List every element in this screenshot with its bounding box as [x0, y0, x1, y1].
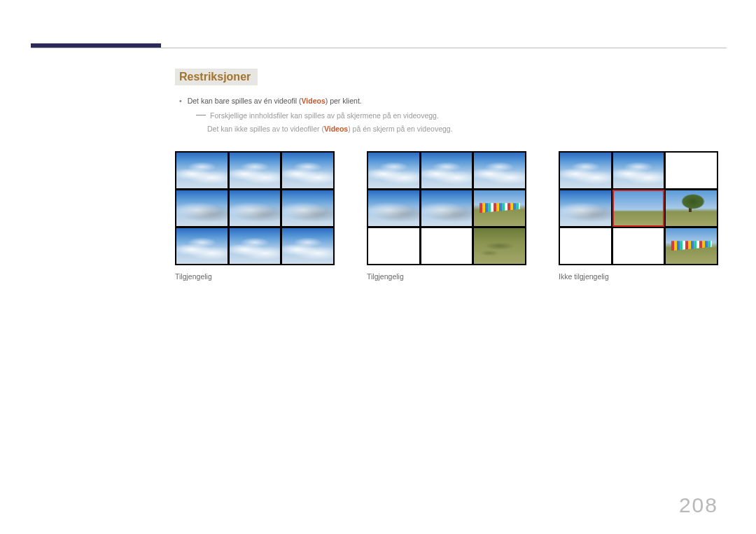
wall-cell [230, 190, 281, 226]
sub2-post: ) på én skjerm på en videovegg. [348, 125, 452, 133]
wall-cell [368, 153, 419, 188]
bullet-post: ) per klient. [326, 97, 362, 105]
wall-cell [282, 153, 333, 188]
wall-cell [613, 190, 664, 226]
wall-cell [613, 228, 664, 264]
wall-cell [666, 228, 717, 264]
wall-cell [176, 228, 227, 264]
figures-row: Tilgjengelig /* override fig2 bottom row… [175, 151, 727, 281]
sub-item-2: Det kan ikke spilles av to videofiler (V… [207, 123, 727, 135]
section-heading: Restriksjoner [175, 69, 258, 85]
header-bar [31, 43, 727, 49]
wall-cell [474, 153, 525, 188]
wall-cell [560, 190, 611, 226]
bullet-pre: Det kan bare spilles av én videofil ( [188, 97, 302, 105]
wall-cell [666, 153, 717, 188]
bullet-item: • Det kan bare spilles av én videofil (V… [179, 95, 727, 107]
wall-cell [666, 190, 717, 226]
videowall-1 [175, 151, 335, 265]
sub-item-1: ― Forskjellige innholdsfiler kan spilles… [196, 110, 727, 122]
videos-keyword: Videos [324, 125, 348, 133]
sub2-pre: Det kan ikke spilles av to videofiler ( [207, 125, 324, 133]
page-content: Restriksjoner • Det kan bare spilles av … [175, 69, 727, 281]
wall-cell [176, 190, 227, 226]
videowall-3 [559, 151, 718, 265]
header-rule [31, 48, 727, 48]
wall-cell [230, 153, 281, 188]
wall-cell [230, 228, 281, 264]
wall-cell [282, 190, 333, 226]
wall-cell [560, 153, 611, 188]
restriction-text: • Det kan bare spilles av én videofil (V… [179, 95, 727, 134]
wall-cell [421, 228, 472, 264]
figure-caption: Ikke tilgjengelig [559, 272, 718, 281]
dash-icon: ― [196, 109, 206, 121]
figure-2: /* override fig2 bottom row */ Tilgjenge… [367, 151, 526, 281]
wall-cell [474, 190, 525, 226]
wall-cell [613, 153, 664, 188]
bullet-icon: • [179, 95, 182, 107]
videos-keyword: Videos [302, 97, 326, 105]
wall-cell [368, 190, 419, 226]
wall-cell [560, 228, 611, 264]
figure-1: Tilgjengelig [175, 151, 335, 281]
sub1-text: Forskjellige innholdsfiler kan spilles a… [210, 110, 439, 122]
wall-cell [421, 153, 472, 188]
figure-caption: Tilgjengelig [175, 272, 335, 281]
wall-cell [368, 228, 419, 264]
figure-3: Ikke tilgjengelig [559, 151, 718, 281]
videowall-2 [367, 151, 526, 265]
wall-cell [421, 190, 472, 226]
wall-cell [282, 228, 333, 264]
page-number: 208 [679, 493, 718, 517]
wall-cell [176, 153, 227, 188]
wall-cell [474, 228, 525, 264]
bullet-text: Det kan bare spilles av én videofil (Vid… [188, 95, 362, 107]
figure-caption: Tilgjengelig [367, 272, 526, 281]
